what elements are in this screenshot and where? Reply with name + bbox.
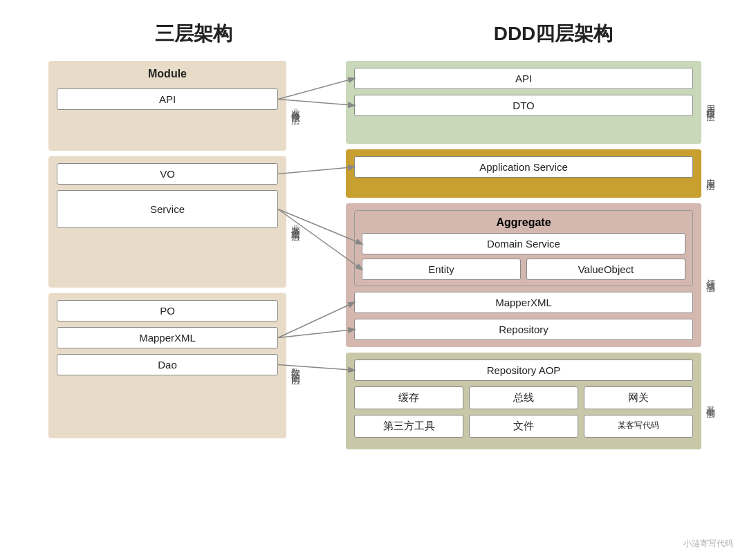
right-side: API DTO 用户接口层 Application Service 应用层 Ag…	[346, 61, 719, 545]
right-domain-content: Aggregate Domain Service Entity ValueObj…	[346, 203, 701, 347]
watermark: 小涟寄写代码	[683, 538, 733, 550]
right-layer-domain: Aggregate Domain Service Entity ValueObj…	[346, 203, 719, 347]
aggregate-title: Aggregate	[362, 216, 685, 229]
right-application-content: Application Service	[346, 149, 701, 198]
left-logic-label: 业务逻辑层	[286, 156, 304, 288]
right-application-label: 应用层	[701, 149, 719, 198]
aggregate-box: Aggregate Domain Service Entity ValueObj…	[354, 210, 693, 286]
valueobject-box: ValueObject	[526, 259, 685, 280]
gateway-box: 网关	[584, 386, 693, 409]
left-layer-logic: VO Service 业务逻辑层	[48, 156, 304, 288]
mapperxml-box-right: MapperXML	[354, 292, 693, 313]
title-left: 三层架构	[155, 23, 232, 44]
diagram-container: 三层架构 DDD四层架构 Module API 业务接口层 VO Service	[0, 0, 747, 560]
module-title: Module	[57, 68, 278, 80]
right-layer-application: Application Service 应用层	[346, 149, 719, 198]
layer-logic-content: VO Service	[48, 156, 286, 288]
right-domain-label: 领域层	[701, 203, 719, 347]
dao-box: Dao	[57, 354, 278, 375]
repository-aop-box: Repository AOP	[354, 360, 693, 381]
thirdparty-box: 第三方工具	[354, 415, 463, 438]
left-layer-interface: Module API 业务接口层	[48, 61, 304, 151]
api-box-left: API	[57, 88, 278, 110]
file-box: 文件	[469, 415, 578, 438]
right-layer-interface: API DTO 用户接口层	[346, 61, 719, 144]
api-box-right: API	[354, 68, 693, 89]
infra-row2: 第三方工具 文件 某客写代码	[354, 415, 693, 438]
service-box: Service	[57, 190, 278, 228]
layer-data-content: PO MapperXML Dao	[48, 293, 286, 438]
right-infra-label: 基础层	[701, 353, 719, 449]
entity-box: Entity	[362, 259, 521, 280]
title-right: DDD四层架构	[494, 23, 614, 44]
entity-valueobject-row: Entity ValueObject	[362, 259, 685, 280]
main-content: Module API 业务接口层 VO Service 业务逻辑层 PO Map…	[28, 61, 719, 545]
bus-box: 总线	[469, 386, 578, 409]
mouke-box: 某客写代码	[584, 415, 693, 438]
right-interface-content: API DTO	[346, 61, 701, 144]
vo-box: VO	[57, 163, 278, 185]
domain-service-box: Domain Service	[362, 233, 685, 254]
dto-box: DTO	[354, 95, 693, 116]
application-service-box: Application Service	[354, 156, 693, 178]
right-interface-label: 用户接口层	[701, 61, 719, 144]
headers: 三层架构 DDD四层架构	[28, 21, 719, 47]
left-side: Module API 业务接口层 VO Service 业务逻辑层 PO Map…	[28, 61, 304, 545]
po-box: PO	[57, 300, 278, 321]
repository-box: Repository	[354, 319, 693, 340]
left-data-label: 数据访问层	[286, 293, 304, 438]
right-layer-infra: Repository AOP 缓存 总线 网关 第三方工具 文件 某客写代码 基…	[346, 353, 719, 449]
left-interface-label: 业务接口层	[286, 61, 304, 151]
infra-row1: 缓存 总线 网关	[354, 386, 693, 409]
cache-box: 缓存	[354, 386, 463, 409]
left-layer-data: PO MapperXML Dao 数据访问层	[48, 293, 304, 438]
mapperxml-box-left: MapperXML	[57, 327, 278, 348]
right-infra-content: Repository AOP 缓存 总线 网关 第三方工具 文件 某客写代码	[346, 353, 701, 449]
layer-interface-content: Module API	[48, 61, 286, 151]
